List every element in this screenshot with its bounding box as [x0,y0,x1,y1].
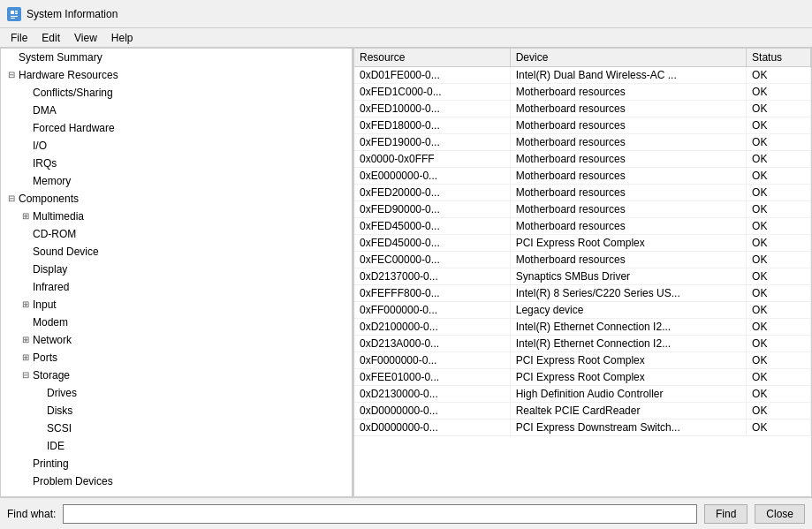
table-row[interactable]: 0xFED18000-0...Motherboard resourcesOK [354,117,811,134]
tree-item-cd-rom[interactable]: CD-ROM [1,225,352,243]
tree-item-ide[interactable]: IDE [1,437,352,455]
tree-item-network[interactable]: ⊞Network [1,331,352,349]
cell-status: OK [747,268,811,285]
cell-device: Motherboard resources [510,168,746,185]
tree-item-label: Network [33,332,348,348]
menu-bar: File Edit View Help [0,28,812,48]
table-row[interactable]: 0xFED1C000-0...Motherboard resourcesOK [354,84,811,101]
expander-icon[interactable]: ⊟ [19,368,33,382]
tree-item-io[interactable]: I/O [1,137,352,155]
tree-item-label: DMA [33,102,348,118]
expander-icon[interactable]: ⊟ [4,68,19,82]
tree-item-forced-hardware[interactable]: Forced Hardware [1,119,352,137]
tree-item-memory[interactable]: Memory [1,172,352,190]
cell-resource: 0xD01FE000-0... [354,67,510,84]
table-row[interactable]: 0xD213A000-0...Intel(R) Ethernet Connect… [354,336,811,352]
tree-item-components[interactable]: ⊟Components [1,190,352,208]
menu-file[interactable]: File [4,30,34,46]
cell-resource: 0xFED1C000-0... [354,84,510,101]
table-row[interactable]: 0xFED90000-0...Motherboard resourcesOK [354,201,811,218]
table-row[interactable]: 0xFF000000-0...Legacy deviceOK [354,302,811,319]
cell-resource: 0xD0000000-0... [354,403,510,419]
cell-device: High Definition Audio Controller [510,386,746,403]
expander-icon[interactable]: ⊞ [19,351,33,365]
table-row[interactable]: 0xD0000000-0...PCI Express Downstream Sw… [354,419,811,436]
table-row[interactable]: 0xFEE01000-0...PCI Express Root ComplexO… [354,369,811,386]
tree-item-label: IDE [47,438,348,454]
tree-item-system-summary[interactable]: System Summary [1,49,352,66]
cell-device: Motherboard resources [510,252,746,268]
find-button[interactable]: Find [704,504,747,524]
tree-item-modem[interactable]: Modem [1,314,352,331]
expander-icon [33,421,47,435]
table-panel[interactable]: Resource Device Status 0xD01FE000-0...In… [354,49,811,496]
tree-panel[interactable]: System Summary⊟Hardware ResourcesConflic… [1,49,354,496]
expander-icon[interactable]: ⊞ [19,209,33,223]
expander-icon[interactable]: ⊟ [4,192,19,206]
table-row[interactable]: 0xFED45000-0...PCI Express Root ComplexO… [354,235,811,252]
table-row[interactable]: 0xFED45000-0...Motherboard resourcesOK [354,218,811,235]
tree-item-scsi[interactable]: SCSI [1,419,352,437]
expander-icon [19,245,33,259]
cell-status: OK [747,336,811,352]
cell-device: PCI Express Root Complex [510,235,746,252]
table-row[interactable]: 0xD0000000-0...Realtek PCIE CardReaderOK [354,403,811,419]
table-row[interactable]: 0xFED10000-0...Motherboard resourcesOK [354,101,811,117]
table-row[interactable]: 0xFEC00000-0...Motherboard resourcesOK [354,252,811,268]
expander-icon [33,386,47,400]
table-row[interactable]: 0xD2130000-0...High Definition Audio Con… [354,386,811,403]
menu-help[interactable]: Help [104,30,140,46]
col-header-status: Status [747,49,811,67]
cell-device: Motherboard resources [510,101,746,117]
cell-device: PCI Express Downstream Switch... [510,419,746,436]
tree-item-ports[interactable]: ⊞Ports [1,349,352,367]
tree-item-problem-devices[interactable]: Problem Devices [1,472,352,490]
tree-item-label: Drives [47,385,348,401]
cell-resource: 0xFED20000-0... [354,185,510,201]
tree-item-dma[interactable]: DMA [1,102,352,119]
cell-status: OK [747,403,811,419]
expander-icon [33,404,47,418]
tree-item-irqs[interactable]: IRQs [1,155,352,172]
table-row[interactable]: 0xE0000000-0...Motherboard resourcesOK [354,168,811,185]
expander-icon[interactable]: ⊞ [19,333,33,347]
tree-item-disks[interactable]: Disks [1,402,352,419]
cell-device: Intel(R) Dual Band Wireless-AC ... [510,67,746,84]
table-row[interactable]: 0xD2137000-0...Synaptics SMBus DriverOK [354,268,811,285]
close-button[interactable]: Close [755,504,805,524]
tree-item-conflicts-sharing[interactable]: Conflicts/Sharing [1,84,352,102]
cell-device: PCI Express Root Complex [510,352,746,369]
find-input[interactable] [63,504,697,524]
cell-resource: 0xFED18000-0... [354,117,510,134]
table-row[interactable]: 0xD2100000-0...Intel(R) Ethernet Connect… [354,319,811,336]
expander-icon[interactable]: ⊞ [19,298,33,312]
menu-view[interactable]: View [67,30,104,46]
cell-status: OK [747,319,811,336]
tree-item-input[interactable]: ⊞Input [1,296,352,314]
menu-edit[interactable]: Edit [34,30,67,46]
tree-item-drives[interactable]: Drives [1,384,352,402]
tree-item-infrared[interactable]: Infrared [1,278,352,296]
tree-item-multimedia[interactable]: ⊞Multimedia [1,208,352,225]
table-row[interactable]: 0xFEFFF800-0...Intel(R) 8 Series/C220 Se… [354,285,811,302]
table-row[interactable]: 0xFED19000-0...Motherboard resourcesOK [354,134,811,151]
cell-resource: 0xFED45000-0... [354,218,510,235]
cell-device: Intel(R) Ethernet Connection I2... [510,319,746,336]
tree-item-storage[interactable]: ⊟Storage [1,367,352,384]
col-header-device: Device [510,49,746,67]
table-row[interactable]: 0xF0000000-0...PCI Express Root ComplexO… [354,352,811,369]
table-row[interactable]: 0x0000-0x0FFFMotherboard resourcesOK [354,151,811,168]
cell-device: Motherboard resources [510,185,746,201]
expander-icon [19,121,33,135]
tree-item-display[interactable]: Display [1,261,352,278]
tree-item-printing[interactable]: Printing [1,455,352,472]
tree-item-hardware-resources[interactable]: ⊟Hardware Resources [1,66,352,84]
tree-item-sound-device[interactable]: Sound Device [1,243,352,261]
cell-resource: 0xFEE01000-0... [354,369,510,386]
cell-resource: 0xFED19000-0... [354,134,510,151]
table-row[interactable]: 0xD01FE000-0...Intel(R) Dual Band Wirele… [354,67,811,84]
table-row[interactable]: 0xFED20000-0...Motherboard resourcesOK [354,185,811,201]
cell-resource: 0xD2130000-0... [354,386,510,403]
cell-device: Realtek PCIE CardReader [510,403,746,419]
tree-item-label: Infrared [33,279,348,295]
